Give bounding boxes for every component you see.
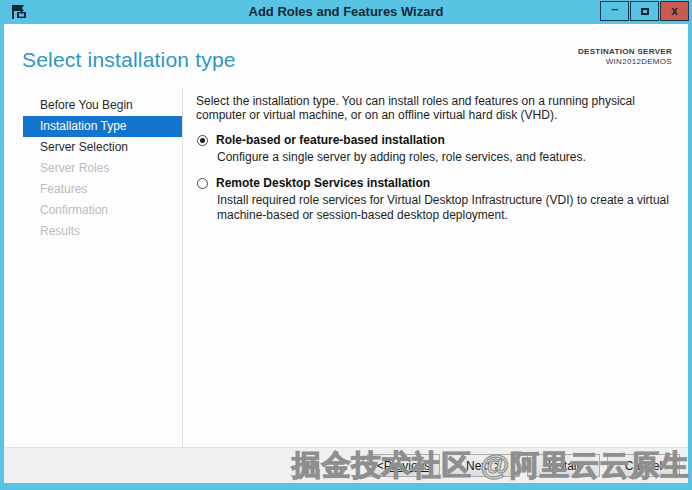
nav-item-installation-type[interactable]: Installation Type: [23, 116, 182, 137]
radio-rds[interactable]: [197, 178, 208, 189]
minimize-button[interactable]: –: [600, 1, 629, 21]
main-pane: Select the installation type. You can in…: [196, 94, 676, 223]
previous-button[interactable]: < Previous: [367, 454, 440, 477]
destination-server-block: DESTINATION SERVER WIN2012DEMOS: [578, 47, 672, 67]
wizard-footer: < Previous Next > Install Cancel: [4, 447, 688, 483]
wizard-dialog: Select installation type DESTINATION SER…: [4, 24, 688, 483]
nav-item-before-you-begin[interactable]: Before You Begin: [23, 95, 182, 116]
intro-text: Select the installation type. You can in…: [196, 94, 676, 122]
option-rds: Remote Desktop Services installation Ins…: [196, 176, 676, 223]
window-title: Add Roles and Features Wizard: [0, 0, 692, 24]
minimize-icon: –: [611, 2, 618, 16]
cancel-button[interactable]: Cancel: [607, 454, 680, 477]
destination-server-label: DESTINATION SERVER: [578, 47, 672, 57]
option-role-based-label[interactable]: Role-based or feature-based installation: [216, 133, 445, 148]
close-icon: x: [671, 4, 678, 18]
wizard-content: Before You Begin Installation Type Serve…: [4, 88, 688, 447]
option-role-based: Role-based or feature-based installation…: [196, 133, 676, 165]
option-rds-description: Install required role services for Virtu…: [217, 193, 676, 223]
wizard-header: Select installation type DESTINATION SER…: [4, 24, 688, 88]
option-rds-label[interactable]: Remote Desktop Services installation: [216, 176, 430, 191]
wizard-nav: Before You Begin Installation Type Serve…: [23, 95, 182, 242]
wizard-window: Add Roles and Features Wizard – x Select…: [0, 0, 692, 490]
maximize-button[interactable]: [630, 1, 659, 21]
nav-item-server-roles: Server Roles: [23, 158, 182, 179]
option-role-based-description: Configure a single server by adding role…: [217, 150, 676, 165]
nav-item-server-selection[interactable]: Server Selection: [23, 137, 182, 158]
maximize-icon: [641, 8, 649, 15]
radio-role-based[interactable]: [197, 135, 208, 146]
nav-item-confirmation: Confirmation: [23, 200, 182, 221]
next-button[interactable]: Next >: [447, 454, 520, 477]
destination-server-name: WIN2012DEMOS: [578, 57, 672, 67]
nav-divider: [182, 88, 183, 447]
nav-item-results: Results: [23, 221, 182, 242]
install-button[interactable]: Install: [527, 454, 600, 477]
nav-item-features: Features: [23, 179, 182, 200]
close-button[interactable]: x: [660, 1, 689, 21]
window-controls: – x: [599, 1, 689, 21]
title-bar: Add Roles and Features Wizard – x: [0, 0, 692, 24]
page-title: Select installation type: [22, 48, 236, 72]
